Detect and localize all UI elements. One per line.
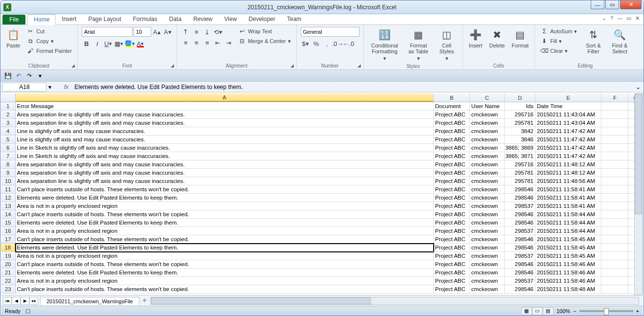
cell[interactable]: cmckeown xyxy=(470,269,505,277)
row-header[interactable]: 10 xyxy=(1,177,16,185)
cell[interactable]: 298546 xyxy=(505,194,535,202)
row-header[interactable]: 17 xyxy=(1,235,16,244)
alignment-launcher-icon[interactable]: ◢ xyxy=(289,63,295,68)
cell[interactable]: cmckeown xyxy=(470,285,505,293)
ribbon-min-icon[interactable]: ⌄ xyxy=(602,15,606,22)
formula-input[interactable]: Elements were deleted. Use Edit Pasted E… xyxy=(71,84,633,90)
cell[interactable] xyxy=(601,102,628,111)
cell[interactable]: Project ABC xyxy=(434,235,470,244)
cell[interactable]: 298546 xyxy=(505,235,535,244)
cell[interactable]: 20150211 11:58:46 AM xyxy=(535,269,601,277)
bold-button[interactable]: B xyxy=(82,39,91,48)
sheet-nav-next-icon[interactable]: ▶ xyxy=(21,297,29,305)
cell[interactable]: 3846 xyxy=(505,135,535,144)
cell[interactable]: Can't place inserts outside of hosts. Th… xyxy=(16,235,434,244)
cell[interactable]: Elements were deleted. Use Edit Pasted E… xyxy=(16,194,434,202)
cell[interactable]: Area is not in a properly enclosed regio… xyxy=(16,202,434,210)
cell[interactable]: 20150211 11:58:45 AM xyxy=(535,252,601,260)
cell[interactable]: cmckeown xyxy=(470,135,505,144)
zoom-in-button[interactable]: + xyxy=(636,308,639,314)
cell[interactable]: cmckeown xyxy=(470,202,505,210)
row-header[interactable]: 21 xyxy=(1,269,16,277)
cell[interactable]: cmckeown xyxy=(470,144,505,152)
sort-filter-button[interactable]: ⇅Sort & Filter xyxy=(581,27,605,55)
row-header[interactable]: 22 xyxy=(1,277,16,285)
cell[interactable]: 298537 xyxy=(505,252,535,260)
fx-icon[interactable]: fx xyxy=(61,84,71,90)
cell[interactable]: 295716 xyxy=(505,160,535,169)
cell[interactable] xyxy=(601,227,628,235)
tab-developer[interactable]: Developer xyxy=(243,14,281,24)
qat-customize-icon[interactable]: ▾ xyxy=(36,71,44,80)
italic-button[interactable]: I xyxy=(92,39,102,48)
cell-styles-button[interactable]: ◫Cell Styles▾ xyxy=(435,27,459,63)
cell[interactable]: 20150211 11:48:12 AM xyxy=(535,160,601,169)
align-right-button[interactable]: ≡ xyxy=(202,38,212,47)
cell[interactable]: Elements were deleted. Use Edit Pasted E… xyxy=(16,244,434,252)
cell[interactable]: 20150211 11:48:12 AM xyxy=(535,169,601,177)
horizontal-scrollbar[interactable] xyxy=(151,297,639,305)
comma-button[interactable]: , xyxy=(322,39,332,48)
font-size-combo[interactable] xyxy=(133,27,151,37)
merge-center-button[interactable]: ⊟Merge & Center ▾ xyxy=(237,37,292,45)
tab-home[interactable]: Home xyxy=(27,14,56,25)
view-layout-icon[interactable]: ▭ xyxy=(532,307,543,315)
format-painter-button[interactable]: 🖌Format Painter xyxy=(25,46,73,55)
row-header[interactable]: 5 xyxy=(1,135,16,144)
cell[interactable]: Can't place inserts outside of hosts. Th… xyxy=(16,210,434,219)
cell[interactable]: cmckeown xyxy=(470,127,505,135)
zoom-slider[interactable] xyxy=(579,310,633,312)
cell[interactable]: 298546 xyxy=(505,269,535,277)
row-header[interactable]: 7 xyxy=(1,152,16,160)
minimize-button[interactable]: — xyxy=(591,0,604,9)
cell[interactable]: Project ABC xyxy=(434,135,470,144)
vertical-scrollbar[interactable] xyxy=(634,93,643,295)
currency-button[interactable]: $▾ xyxy=(301,39,311,48)
cell[interactable]: Project ABC xyxy=(434,252,470,260)
cell[interactable]: 298546 xyxy=(505,285,535,293)
increase-indent-button[interactable]: ⇥ xyxy=(224,38,234,47)
align-middle-button[interactable]: ≡ xyxy=(192,27,201,37)
cell[interactable]: 20150211 11:58:45 AM xyxy=(535,244,601,252)
row-header[interactable]: 9 xyxy=(1,169,16,177)
cell[interactable]: 298546 xyxy=(505,210,535,219)
cell[interactable]: Project ABC xyxy=(434,244,470,252)
cell[interactable]: 3865; 3871 xyxy=(505,152,535,160)
view-normal-icon[interactable]: ▦ xyxy=(521,307,532,315)
cell[interactable]: Project ABC xyxy=(434,144,470,152)
cell[interactable]: 20150211 11:48:56 AM xyxy=(535,177,601,185)
cell[interactable]: Project ABC xyxy=(434,227,470,235)
cell[interactable]: cmckeown xyxy=(470,119,505,127)
cell[interactable]: Line is slightly off axis and may cause … xyxy=(16,127,434,135)
name-box-dropdown-icon[interactable]: ▾ xyxy=(48,84,51,90)
cell[interactable]: cmckeown xyxy=(470,252,505,260)
paste-button[interactable]: 📋 Paste xyxy=(4,27,22,49)
tab-insert[interactable]: Insert xyxy=(56,14,82,24)
copy-button[interactable]: ⧉Copy ▾ xyxy=(25,37,73,45)
number-launcher-icon[interactable]: ◢ xyxy=(356,63,362,68)
cell[interactable]: Line in Sketch is slightly off axis and … xyxy=(16,152,434,160)
cell[interactable]: Elements were deleted. Use Edit Pasted E… xyxy=(16,219,434,227)
formula-expand-icon[interactable]: ⌄ xyxy=(633,84,644,90)
cell[interactable]: cmckeown xyxy=(470,194,505,202)
close-button[interactable]: ✕ xyxy=(620,0,642,9)
align-center-button[interactable]: ≡ xyxy=(192,38,201,47)
cell[interactable]: cmckeown xyxy=(470,260,505,269)
cell[interactable] xyxy=(601,160,628,169)
cell[interactable]: 20150211 11:47:42 AM xyxy=(535,144,601,152)
cell[interactable] xyxy=(601,285,628,293)
font-color-button[interactable]: A▾ xyxy=(135,39,145,48)
cell[interactable]: cmckeown xyxy=(470,227,505,235)
cell[interactable]: Area is not in a properly enclosed regio… xyxy=(16,277,434,285)
cell[interactable]: 298546 xyxy=(505,260,535,269)
cell[interactable]: 20150211 11:58:44 AM xyxy=(535,210,601,219)
cell[interactable]: Area is not in a properly enclosed regio… xyxy=(16,227,434,235)
cell[interactable]: 298537 xyxy=(505,227,535,235)
cell[interactable]: Project ABC xyxy=(434,177,470,185)
cell[interactable]: Project ABC xyxy=(434,277,470,285)
orientation-button[interactable]: ⟲▾ xyxy=(213,27,223,37)
tab-view[interactable]: View xyxy=(219,14,243,24)
cell[interactable]: 295781 xyxy=(505,119,535,127)
zoom-level[interactable]: 100% xyxy=(556,308,570,314)
format-cells-button[interactable]: ▤Format xyxy=(510,27,531,49)
